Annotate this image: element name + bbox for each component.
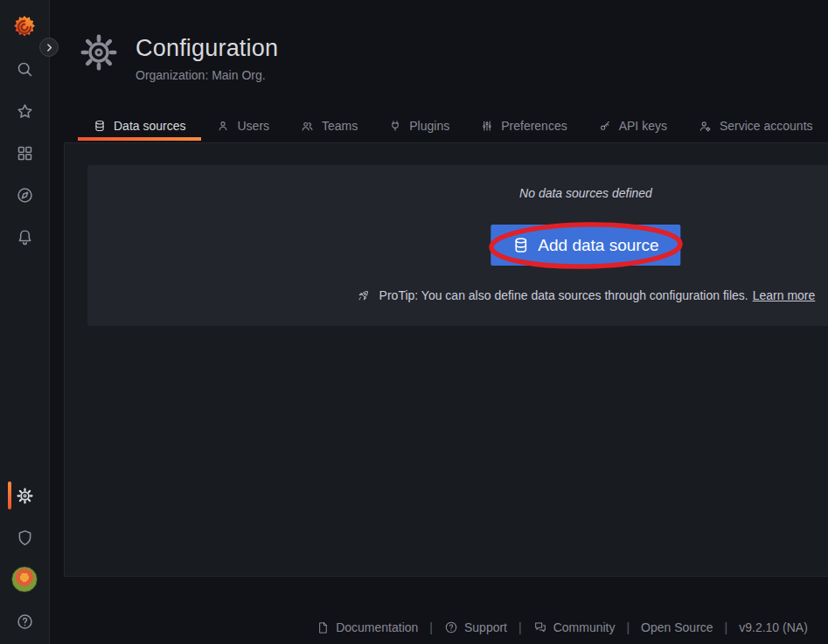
database-icon (512, 237, 529, 253)
rocket-icon (357, 288, 379, 302)
footer-link-community[interactable]: Community (533, 620, 616, 634)
sliders-icon (481, 120, 493, 132)
comments-icon (533, 620, 547, 634)
page-subtitle: Organization: Main Org. (136, 68, 266, 82)
tab-teams[interactable]: Teams (285, 111, 373, 141)
tab-plugins[interactable]: Plugins (373, 111, 465, 141)
sidebar-item-profile[interactable] (3, 558, 45, 600)
compass-icon (16, 186, 34, 204)
sidebar-item-dashboards[interactable] (3, 132, 45, 174)
key-icon (599, 120, 611, 132)
sidebar-item-help[interactable] (3, 600, 45, 642)
gear-icon (16, 487, 34, 505)
footer: Documentation | Support | Community | Op… (64, 617, 828, 638)
database-icon (94, 120, 106, 132)
question-circle-icon (444, 620, 458, 634)
footer-link-open-source[interactable]: Open Source (641, 620, 713, 634)
footer-separator: | (429, 620, 433, 634)
chevron-right-icon (44, 42, 55, 53)
bell-icon (16, 228, 34, 246)
tab-service-accounts[interactable]: Service accounts (683, 111, 828, 141)
protip-text: ProTip: You can also define data sources… (87, 288, 828, 302)
add-data-source-button[interactable]: Add data source (491, 225, 680, 266)
user-gear-icon (699, 120, 712, 133)
footer-separator: | (626, 620, 630, 634)
tab-users[interactable]: Users (201, 111, 285, 141)
tab-content-panel: No data sources defined Add data source … (64, 142, 828, 577)
users-icon (301, 120, 314, 133)
sidebar-item-explore[interactable] (3, 174, 45, 216)
shield-icon (16, 529, 34, 547)
footer-separator: | (518, 620, 522, 634)
plug-icon (389, 120, 401, 132)
sidebar-item-server-admin[interactable] (3, 516, 45, 558)
footer-link-documentation[interactable]: Documentation (317, 620, 418, 634)
footer-link-support[interactable]: Support (444, 620, 507, 634)
main-content: Configuration Organization: Main Org. Da… (50, 0, 828, 644)
sidebar-item-configuration[interactable] (3, 474, 45, 516)
footer-separator: | (725, 620, 728, 634)
tab-api-keys[interactable]: API keys (583, 111, 683, 141)
sidebar-expand-button[interactable] (39, 38, 59, 57)
grafana-logo[interactable] (11, 14, 38, 40)
empty-state-message: No data sources defined (87, 186, 828, 200)
sidebar (0, 0, 50, 644)
page-title: Configuration (136, 35, 278, 62)
sidebar-item-alerting[interactable] (3, 216, 45, 258)
user-avatar (11, 566, 38, 592)
learn-more-link[interactable]: Learn more (753, 288, 816, 302)
search-icon (16, 60, 34, 79)
tab-preferences[interactable]: Preferences (465, 111, 582, 141)
sidebar-item-starred[interactable] (3, 90, 45, 132)
user-icon (217, 120, 229, 132)
sidebar-item-search[interactable] (3, 48, 45, 90)
apps-grid-icon (16, 144, 34, 163)
gear-icon (78, 31, 120, 73)
empty-datasources-card: No data sources defined Add data source … (87, 165, 828, 326)
footer-version: v9.2.10 (NA) (739, 620, 808, 634)
question-circle-icon (16, 613, 34, 631)
tab-data-sources[interactable]: Data sources (78, 111, 201, 141)
tab-bar: Data sources Users Teams Plugins Prefere… (78, 111, 828, 141)
document-icon (317, 621, 330, 634)
star-icon (16, 102, 34, 121)
